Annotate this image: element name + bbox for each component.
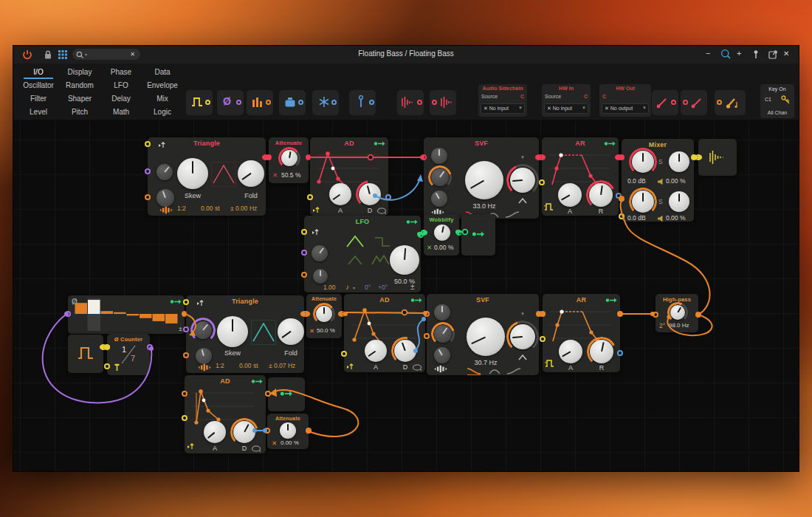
rate-value[interactable]: 1.00 <box>323 284 336 291</box>
ch1-pan-value[interactable]: 0.00 % <box>666 177 685 185</box>
rate-mod-port[interactable] <box>301 250 307 256</box>
phase-value[interactable]: 0° <box>365 284 371 291</box>
ch1-level-value[interactable]: 0.0 dB <box>627 177 646 185</box>
pitch-value[interactable]: 0.00 st <box>201 205 220 212</box>
out-port[interactable] <box>306 428 312 434</box>
ch2-mute-icon[interactable] <box>657 215 664 222</box>
mute-toggle[interactable]: ✕ <box>427 244 432 251</box>
cutoff-knob[interactable] <box>467 318 505 356</box>
in-port[interactable] <box>303 311 309 317</box>
cutoff-value[interactable]: 33.0 Hz <box>465 202 503 210</box>
pitch-in-port[interactable] <box>145 194 151 200</box>
phase-in-port[interactable] <box>145 141 151 147</box>
unison-icon[interactable] <box>198 363 211 372</box>
phase-in-port[interactable] <box>65 311 71 317</box>
module-svf-2[interactable]: SVF 30.7 Hz ▼ <box>427 294 539 375</box>
ch2-pan-value[interactable]: 0.00 % <box>666 214 685 222</box>
poles-selector[interactable]: 2° <box>659 322 665 329</box>
fm-amount-knob[interactable] <box>434 325 452 343</box>
attenuate-knob[interactable] <box>316 306 332 322</box>
zoom-reset-icon[interactable] <box>720 49 732 60</box>
wave-triangle-icon[interactable] <box>345 235 365 248</box>
palette-hw-out[interactable]: HW Out C ✕ No output▼ <box>599 84 651 117</box>
gate-in-port[interactable] <box>540 336 546 342</box>
module-gate-source[interactable] <box>68 335 103 373</box>
reset-port[interactable] <box>104 363 110 369</box>
module-attenuate-1[interactable]: Attenuate ✕ 50.5 % <box>269 137 309 183</box>
tab-display[interactable]: Display <box>59 65 100 78</box>
ch2-solo-button[interactable]: S <box>658 198 663 205</box>
counter-denominator[interactable]: 7 <box>131 354 135 363</box>
ch1-pan-knob[interactable] <box>669 151 689 172</box>
highpass-icon[interactable] <box>505 210 520 219</box>
tab-level[interactable]: Level <box>18 105 59 118</box>
palette-cv-in[interactable] <box>652 90 678 115</box>
attenuate-value[interactable]: 50.5 % <box>281 171 300 179</box>
rate-mod-knob[interactable] <box>312 245 328 261</box>
palette-audio-out[interactable] <box>430 90 456 115</box>
hw-in-source-select[interactable]: ✕ No input▼ <box>544 103 588 114</box>
tab-envelope[interactable]: Envelope <box>142 78 183 92</box>
sidechain-source-select[interactable]: ✕ No input▼ <box>481 103 525 114</box>
audio-in-port[interactable] <box>424 311 430 317</box>
attenuate-knob[interactable] <box>281 150 297 166</box>
palette-velocity-in[interactable] <box>349 90 376 115</box>
waveform-display[interactable] <box>251 320 276 345</box>
keytrack-knob[interactable] <box>431 191 447 207</box>
sync-unit[interactable]: ♪ <box>345 283 349 291</box>
bipolar-toggle[interactable]: ± <box>410 283 415 291</box>
mute-toggle[interactable]: ✕ <box>309 327 314 335</box>
grid-canvas[interactable]: Triangle Skew Fold 1:2 0.00 st ± 0.00 Hz… <box>13 120 799 471</box>
tab-shaper[interactable]: Shaper <box>59 92 100 105</box>
module-attenuate-2[interactable]: Attenuate ✕ 50.0 % <box>306 294 342 338</box>
tab-mix[interactable]: Mix <box>142 92 183 105</box>
out-port[interactable] <box>695 312 701 318</box>
ch2-level-knob[interactable] <box>632 191 654 213</box>
decay-knob[interactable] <box>394 340 416 362</box>
loop-icon[interactable] <box>251 445 261 452</box>
highpass-icon[interactable] <box>506 366 521 375</box>
tab-oscillator[interactable]: Oscillator <box>18 78 59 92</box>
module-mod-stub-2[interactable] <box>268 377 305 411</box>
loop-icon[interactable] <box>412 364 422 371</box>
palette-key-on[interactable]: Key On C1 All Chan <box>760 84 794 118</box>
palette-gate-in[interactable] <box>186 90 213 115</box>
audio-in-port[interactable] <box>539 154 545 160</box>
module-lfo[interactable]: LFO 50.0 % 1.00 ♪ ▾ 0° +0° ± <box>304 216 421 292</box>
gate-in-port[interactable] <box>539 179 545 185</box>
retrigger-icon[interactable] <box>346 362 355 371</box>
ratio-value[interactable]: 1:2 <box>216 362 224 369</box>
wave-triangle2-icon[interactable] <box>347 254 363 266</box>
attenuate-knob[interactable] <box>280 422 296 439</box>
release-knob[interactable] <box>590 340 613 363</box>
decay-knob[interactable] <box>233 421 255 443</box>
in-port[interactable] <box>266 154 272 160</box>
skew-mod-port[interactable] <box>145 168 151 174</box>
module-counter[interactable]: Ø Counter 1 7 <box>107 334 150 375</box>
audio-in-port[interactable] <box>695 154 701 160</box>
lowpass-icon[interactable] <box>467 366 481 375</box>
tab-math[interactable]: Math <box>100 105 142 118</box>
loop-icon[interactable] <box>376 208 387 214</box>
cutoff-knob[interactable] <box>670 305 685 320</box>
ch2-level-value[interactable]: 0.0 dB <box>627 214 646 222</box>
retrigger-port[interactable] <box>301 229 307 235</box>
audio-in-port[interactable] <box>540 311 546 317</box>
module-ar-2[interactable]: AR A R <box>543 294 620 372</box>
retrigger-icon[interactable] <box>187 442 196 451</box>
tab-io[interactable]: I/O <box>18 65 59 78</box>
cutoff-value[interactable]: 98.0 Hz <box>669 322 689 329</box>
tab-random[interactable]: Random <box>59 78 100 92</box>
pitch-value[interactable]: 0.00 st <box>239 362 258 369</box>
module-ad-1[interactable]: AD A D <box>310 137 388 216</box>
decay-knob[interactable] <box>359 183 381 205</box>
palette-hw-in[interactable]: HW In Source C ✕ No input▼ <box>542 84 591 117</box>
tab-data[interactable]: Data <box>142 65 183 78</box>
palette-cv-out[interactable] <box>681 90 707 115</box>
mod-in-port[interactable] <box>182 391 187 397</box>
keytrack-knob[interactable] <box>434 347 450 363</box>
trigger-port[interactable] <box>182 415 187 421</box>
retrigger-icon[interactable] <box>196 298 205 307</box>
level-out-port[interactable] <box>617 350 623 356</box>
ch1-solo-button[interactable]: S <box>658 158 663 165</box>
